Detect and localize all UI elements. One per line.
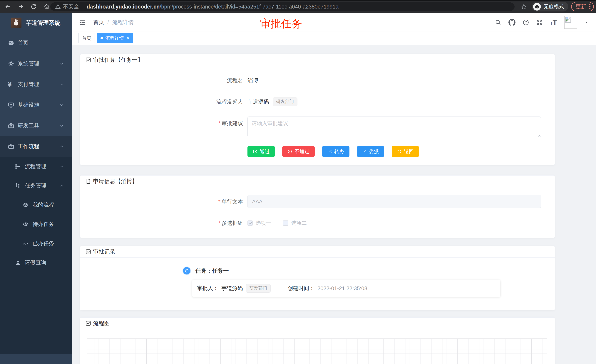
browser-menu-icon[interactable] <box>589 4 590 9</box>
delegate-button[interactable]: 委派 <box>357 146 384 157</box>
address-bar[interactable]: 不安全 dashboard.yudao.iocoder.cn/bpm/proce… <box>50 2 514 11</box>
single-text-label: 单行文本 <box>222 199 243 204</box>
checkbox-option2: 选项二 <box>283 219 307 226</box>
incognito-badge: 无痕模式 <box>532 2 568 11</box>
update-label[interactable]: 更新 <box>576 3 586 10</box>
chevron-down-icon <box>59 61 64 66</box>
github-icon[interactable] <box>508 19 515 26</box>
single-text-input <box>247 195 541 208</box>
create-time-label: 创建时间： <box>288 285 314 292</box>
checkbox-unchecked-icon <box>283 220 288 226</box>
annotation-approval-task: 审批任务 <box>260 17 302 31</box>
page: 不安全 dashboard.yudao.iocoder.cn/bpm/proce… <box>0 0 596 364</box>
sidebar-item-label: 工作流程 <box>18 143 59 150</box>
card-title: 流程图 <box>93 320 110 327</box>
search-icon[interactable] <box>495 19 501 26</box>
chevron-up-icon <box>59 183 64 188</box>
chevron-down-icon <box>59 164 64 169</box>
app-header: 首页 / 流程详情 TT <box>72 13 596 31</box>
assignee-dept-tag: 研发部门 <box>246 284 271 293</box>
sidebar-item-task-mgmt[interactable]: 任务管理 <box>0 176 72 195</box>
browser-forward-button[interactable] <box>15 1 26 12</box>
bpmn-diagram-canvas[interactable] <box>87 338 547 364</box>
tab-process-detail[interactable]: 流程详情 × <box>97 33 133 43</box>
sidebar-item-leave-query[interactable]: 请假查询 <box>0 253 72 272</box>
tab-close-icon[interactable]: × <box>127 36 129 40</box>
transfer-button[interactable]: 转办 <box>322 146 350 157</box>
return-button[interactable]: 退回 <box>392 146 419 157</box>
card-title: 申请信息【滔博】 <box>93 178 138 185</box>
approve-button[interactable]: 通过 <box>247 146 275 157</box>
logo-image <box>11 18 22 28</box>
assignee-label: 审批人： <box>197 285 218 292</box>
browser-back-button[interactable] <box>3 1 13 12</box>
sidebar-item-process-mgmt[interactable]: 流程管理 <box>0 157 72 176</box>
sidebar-item-payment[interactable]: ¥ 支付管理 <box>0 74 72 95</box>
approval-record-item: 审批人： 芋道源码 研发部门 创建时间： 2022-01-21 22:35:08 <box>192 280 500 297</box>
avatar[interactable] <box>564 16 577 29</box>
sidebar-item-label: 系统管理 <box>18 60 59 67</box>
tab-active-dot <box>101 37 103 39</box>
opinion-textarea[interactable] <box>247 116 541 137</box>
sidebar-item-done-tasks[interactable]: 已办任务 <box>0 234 72 253</box>
sidebar-collapse-icon[interactable] <box>78 19 86 26</box>
approval-timeline: 任务：任务一 审批人： 芋道源码 研发部门 创建时间： 2022-01-21 2… <box>88 267 547 297</box>
timeline-task-title: 任务：任务一 <box>195 267 229 275</box>
chevron-down-icon <box>59 82 64 87</box>
help-icon[interactable] <box>522 19 529 26</box>
sidebar-item-infra[interactable]: 基础设施 <box>0 95 72 116</box>
sidebar-item-devtools[interactable]: 研发工具 <box>0 116 72 136</box>
return-button-label: 退回 <box>404 148 414 155</box>
eye-closed-icon <box>22 240 29 247</box>
sidebar-item-label: 请假查询 <box>25 259 72 266</box>
card-approval-task: 审批任务【任务一】 流程名 滔博 流程发起人 芋道源码 研发部门 <box>80 54 555 165</box>
browser-update-button[interactable]: 更新 <box>571 2 594 11</box>
bookmark-star-icon[interactable] <box>519 1 529 12</box>
create-time-value: 2022-01-21 22:35:08 <box>317 285 367 291</box>
content-area: 审批任务【任务一】 流程名 滔博 流程发起人 芋道源码 研发部门 <box>72 45 596 364</box>
breadcrumb-home[interactable]: 首页 <box>93 19 104 26</box>
sidebar-logo-row[interactable]: 芋道管理系统 <box>0 13 72 33</box>
checkbox-option1: 选项一 <box>247 219 271 226</box>
url-divider <box>83 4 83 9</box>
reject-button[interactable]: 不通过 <box>282 146 315 157</box>
transfer-button-label: 转办 <box>334 148 344 155</box>
card-title: 审批记录 <box>93 248 115 256</box>
sidebar-item-system[interactable]: 系统管理 <box>0 53 72 74</box>
breadcrumb: 首页 / 流程详情 <box>93 19 134 26</box>
chevron-down-icon <box>59 123 64 128</box>
tags-view-bar: 首页 流程详情 × <box>72 31 596 45</box>
clock-icon <box>183 267 191 275</box>
edit-icon <box>362 149 367 154</box>
app-title: 芋道管理系统 <box>26 19 60 27</box>
breadcrumb-separator: / <box>107 19 109 26</box>
browser-tabstrip <box>0 0 596 1</box>
fullscreen-icon[interactable] <box>536 19 543 26</box>
yen-icon: ¥ <box>8 81 15 88</box>
tab-home[interactable]: 首页 <box>78 33 95 43</box>
font-size-icon[interactable]: TT <box>550 19 557 26</box>
breadcrumb-current: 流程详情 <box>112 19 134 26</box>
checkbox-group-label: 多选框组 <box>222 220 243 226</box>
required-marker: * <box>218 199 220 204</box>
tree-icon <box>15 182 22 189</box>
security-label[interactable]: 不安全 <box>63 3 79 10</box>
initiator-dept-tag: 研发部门 <box>273 97 298 106</box>
sidebar-item-workflow[interactable]: 工作流程 <box>0 136 72 157</box>
sidebar-item-my-process[interactable]: 我的流程 <box>0 195 72 215</box>
avatar-caret-icon[interactable] <box>584 20 589 25</box>
required-marker: * <box>218 120 220 126</box>
initiator-label: 流程发起人 <box>88 95 247 108</box>
sidebar-item-label: 已办任务 <box>33 240 72 247</box>
gear-icon <box>8 60 15 67</box>
sidebar-item-todo-tasks[interactable]: 待办任务 <box>0 215 72 234</box>
browser-reload-button[interactable] <box>29 1 39 12</box>
checkbox-group: 选项一 选项二 <box>247 216 307 230</box>
document-icon <box>85 178 91 184</box>
sidebar-item-label: 首页 <box>18 39 72 47</box>
incognito-icon <box>533 3 541 11</box>
sidebar-item-home[interactable]: 首页 <box>0 33 72 53</box>
url-domain: dashboard.yudao.iocoder.cn <box>87 4 160 10</box>
sidebar-item-label: 支付管理 <box>18 81 59 88</box>
delegate-button-label: 委派 <box>369 148 379 155</box>
